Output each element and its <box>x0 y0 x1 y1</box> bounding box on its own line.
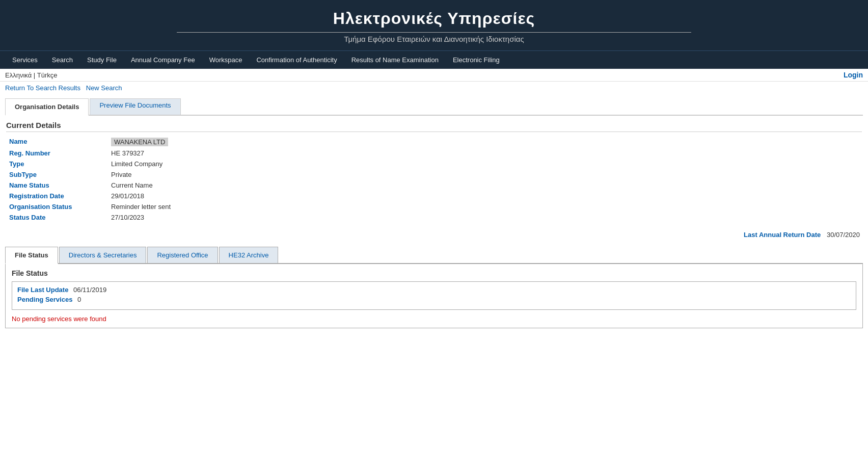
field-label-reg-number: Reg. Number <box>6 148 108 159</box>
table-row: Organisation Status Reminder letter sent <box>6 201 862 212</box>
details-table: Name WANAKENA LTD Reg. Number HE 379327 … <box>6 136 862 223</box>
tab-preview-file-documents[interactable]: Preview File Documents <box>90 98 180 115</box>
pending-services-label: Pending Services <box>17 296 72 303</box>
nav-item-services[interactable]: Services <box>5 54 45 66</box>
field-value-type: Limited Company <box>108 159 862 169</box>
field-label-status-date: Status Date <box>6 212 108 223</box>
page-header: Ηλεκτρονικές Υπηρεσίες Τμήμα Εφόρου Εται… <box>0 0 868 50</box>
table-row: Registration Date 29/01/2018 <box>6 191 862 201</box>
greek-link[interactable]: Ελληνικά <box>5 71 32 79</box>
field-label-name-status: Name Status <box>6 180 108 191</box>
field-value-reg-number: HE 379327 <box>108 148 862 159</box>
nav-item-search[interactable]: Search <box>45 54 80 66</box>
file-last-update-label: File Last Update <box>17 286 68 294</box>
field-value-org-status: Reminder letter sent <box>108 201 862 212</box>
header-title: Ηλεκτρονικές Υπηρεσίες <box>5 9 863 28</box>
pending-services-value: 0 <box>77 296 81 303</box>
field-value-subtype: Private <box>108 169 862 180</box>
nav-item-workspace[interactable]: Workspace <box>202 54 250 66</box>
tab-file-status[interactable]: File Status <box>5 247 58 264</box>
field-label-org-status: Organisation Status <box>6 201 108 212</box>
field-label-registration-date: Registration Date <box>6 191 108 201</box>
table-row: Name WANAKENA LTD <box>6 136 862 148</box>
tab-registered-office[interactable]: Registered Office <box>147 247 218 263</box>
field-value-status-date: 27/10/2023 <box>108 212 862 223</box>
lang-login-bar: Ελληνικά | Türkçe Login <box>0 69 868 82</box>
last-annual-return-row: Last Annual Return Date 30/07/2020 <box>0 228 868 242</box>
header-subtitle: Τμήμα Εφόρου Εταιρειών και Διανοητικής Ι… <box>5 35 863 43</box>
field-label-name: Name <box>6 136 108 148</box>
current-details-section: Current Details Name WANAKENA LTD Reg. N… <box>0 116 868 228</box>
current-details-title: Current Details <box>6 121 862 132</box>
navigation-bar: Services Search Study File Annual Compan… <box>0 50 868 69</box>
file-status-section: File Status File Last Update 06/11/2019 … <box>5 264 863 328</box>
tab-directors-secretaries[interactable]: Directors & Secretaries <box>59 247 147 263</box>
table-row: Name Status Current Name <box>6 180 862 191</box>
header-divider <box>177 32 691 33</box>
bottom-tabs: File Status Directors & Secretaries Regi… <box>5 247 863 264</box>
language-links: Ελληνικά | Türkçe <box>5 71 58 79</box>
file-status-inner: File Last Update 06/11/2019 Pending Serv… <box>12 281 856 310</box>
field-value-name: WANAKENA LTD <box>108 136 862 148</box>
field-value-name-status: Current Name <box>108 180 862 191</box>
last-annual-return-label: Last Annual Return Date <box>744 231 821 239</box>
table-row: Type Limited Company <box>6 159 862 169</box>
file-last-update-row: File Last Update 06/11/2019 <box>17 286 851 294</box>
nav-item-confirmation[interactable]: Confirmation of Authenticity <box>249 54 344 66</box>
pending-services-row: Pending Services 0 <box>17 296 851 303</box>
nav-item-annual-company-fee[interactable]: Annual Company Fee <box>124 54 202 66</box>
field-label-subtype: SubType <box>6 169 108 180</box>
last-annual-return-value: 30/07/2020 <box>827 231 860 239</box>
file-status-title: File Status <box>12 269 856 277</box>
breadcrumb-separator <box>83 84 86 92</box>
file-last-update-value: 06/11/2019 <box>73 286 106 294</box>
new-search-link[interactable]: New Search <box>86 84 122 92</box>
tab-organisation-details[interactable]: Organisation Details <box>5 98 89 116</box>
table-row: Status Date 27/10/2023 <box>6 212 862 223</box>
return-to-search-link[interactable]: Return To Search Results <box>5 84 80 92</box>
turkish-link[interactable]: Türkçe <box>37 71 58 79</box>
field-value-registration-date: 29/01/2018 <box>108 191 862 201</box>
tab-he32-archive[interactable]: HE32 Archive <box>219 247 279 263</box>
nav-item-electronic-filing[interactable]: Electronic Filing <box>446 54 507 66</box>
lang-separator: | <box>34 71 37 79</box>
field-label-type: Type <box>6 159 108 169</box>
no-pending-message: No pending services were found <box>12 315 856 323</box>
table-row: SubType Private <box>6 169 862 180</box>
login-link[interactable]: Login <box>844 71 863 79</box>
nav-item-name-examination[interactable]: Results of Name Examination <box>344 54 446 66</box>
top-tabs: Organisation Details Preview File Docume… <box>5 98 863 116</box>
name-value: WANAKENA LTD <box>111 138 168 146</box>
table-row: Reg. Number HE 379327 <box>6 148 862 159</box>
breadcrumb-bar: Return To Search Results New Search <box>0 82 868 94</box>
nav-item-study-file[interactable]: Study File <box>80 54 124 66</box>
